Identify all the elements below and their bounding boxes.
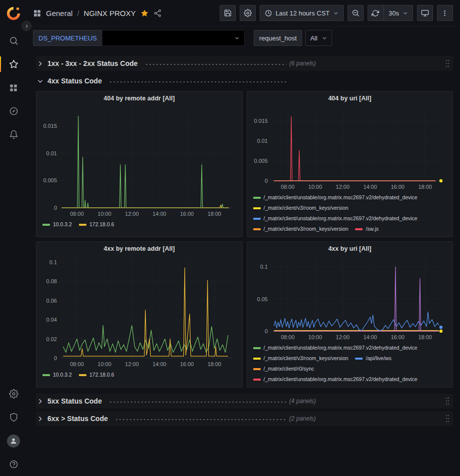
legend-item[interactable]: /sw.js (355, 226, 379, 232)
series-name: /_matrix/client/unstable/org.matrix.msc2… (264, 376, 418, 383)
row-drag-handle[interactable] (445, 396, 450, 406)
refresh-icon (372, 9, 379, 17)
row-5xx-status-code[interactable]: 5xx Status Code(4 panels) (36, 394, 453, 409)
request-host-select[interactable]: All (305, 30, 332, 46)
zoom-out-icon (352, 9, 360, 17)
gear-icon (244, 9, 252, 17)
panel-404-by-uri-all: 404 by uri [All]08:0010:0012:0014:0016:0… (247, 91, 454, 237)
svg-text:10:00: 10:00 (97, 211, 111, 217)
svg-text:10:00: 10:00 (308, 184, 322, 190)
panel-title[interactable]: 404 by uri [All] (250, 91, 450, 103)
row-6xx-status-code[interactable]: 6xx > Status Code(2 panels) (36, 411, 453, 426)
row-title: 1xx - 3xx - 2xx Status Code (47, 59, 138, 67)
row-panel-count: (4 panels) (289, 398, 316, 405)
legend-item[interactable]: /_matrix/client/v3/room_keys/version (253, 355, 349, 362)
series-color-swatch (355, 228, 363, 230)
legend: 10.0.3.2172.18.0.6 (39, 369, 239, 378)
series-color-swatch (253, 228, 261, 230)
variable-request-host: request_host All (254, 30, 332, 46)
refresh-button[interactable] (368, 5, 384, 21)
svg-text:0.05: 0.05 (257, 296, 267, 302)
datasource-label: DS_PROMETHEUS (33, 30, 102, 46)
sidebar (0, 0, 27, 476)
chart-area: 08:0010:0012:0014:0016:0018:0000.0050.01… (250, 103, 450, 192)
breadcrumb-section[interactable]: General (46, 9, 72, 17)
share-icon[interactable] (153, 9, 162, 17)
refresh-interval-dropdown[interactable]: 30s (384, 5, 413, 21)
legend-item[interactable]: 172.18.0.6 (79, 221, 114, 228)
sidebar-item-profile[interactable] (0, 429, 27, 453)
panel-title[interactable]: 404 by remote addr [All] (39, 91, 239, 103)
avatar (7, 435, 20, 448)
datasource-select[interactable] (102, 30, 245, 46)
panel-4xx-by-remote-addr-all: 4xx by remote addr [All]08:0010:0012:001… (36, 241, 243, 388)
favorite-star-icon[interactable] (140, 9, 149, 17)
legend-item[interactable]: /_matrix/client/unstable/org.matrix.msc2… (253, 194, 418, 201)
legend-item[interactable]: /api/live/ws (355, 355, 391, 362)
svg-text:0.04: 0.04 (46, 317, 57, 323)
svg-text:10:00: 10:00 (308, 334, 322, 340)
panel-grid: 404 by remote addr [All]08:0010:0012:001… (36, 91, 453, 388)
legend-item[interactable]: /_matrix/client/unstable/org.matrix.msc2… (253, 215, 418, 222)
row-header: 5xx Status Code (37, 397, 289, 405)
svg-text:0.015: 0.015 (254, 118, 268, 124)
svg-text:0.08: 0.08 (46, 278, 57, 284)
chevron-right-icon (24, 24, 29, 28)
time-range-picker[interactable]: Last 12 hours CST (260, 5, 344, 21)
zoom-out-time-button[interactable] (348, 5, 364, 21)
series-name: /_matrix/client/unstable/org.matrix.msc2… (264, 345, 418, 351)
sidebar-item-starred[interactable] (0, 52, 27, 76)
sidebar-item-dashboards[interactable] (0, 76, 27, 99)
svg-text:0: 0 (54, 355, 57, 361)
sidebar-item-search[interactable] (0, 29, 27, 52)
legend-item[interactable]: /_matrix/client/r0/sync (253, 366, 315, 372)
row-1xx-3xx-2xx-status-code[interactable]: 1xx - 3xx - 2xx Status Code(6 panels) (36, 56, 453, 71)
sidebar-item-server-admin[interactable] (0, 406, 27, 429)
search-icon (9, 36, 18, 45)
series-color-swatch (253, 358, 261, 360)
svg-text:0: 0 (264, 178, 267, 184)
grafana-logo[interactable] (6, 6, 21, 21)
legend-item[interactable]: 172.18.0.6 (79, 372, 114, 378)
main-area: General / NGINX PROXY L (27, 0, 460, 476)
breadcrumb-title[interactable]: NGINX PROXY (84, 9, 136, 17)
panel-title[interactable]: 4xx by uri [All] (250, 242, 450, 253)
sidebar-expand-toggle[interactable] (21, 21, 31, 31)
row-drag-handle[interactable] (445, 58, 450, 68)
legend-item[interactable]: /_matrix/client/unstable/org.matrix.msc2… (253, 376, 418, 383)
series-color-swatch (253, 379, 261, 381)
sidebar-item-alerting[interactable] (0, 123, 27, 146)
svg-text:0: 0 (264, 328, 267, 334)
svg-text:14:00: 14:00 (363, 334, 377, 340)
clock-icon (265, 9, 272, 17)
legend-item[interactable]: 10.0.3.2 (42, 221, 72, 228)
svg-text:12:00: 12:00 (336, 334, 350, 340)
legend-item[interactable]: 10.0.3.2 (42, 372, 72, 378)
svg-text:16:00: 16:00 (180, 211, 194, 217)
legend-item[interactable]: /_matrix/client/unstable/org.matrix.msc2… (253, 345, 418, 351)
series-name: /_matrix/client/v3/room_keys/version (264, 226, 349, 232)
row-4xx-status-code[interactable]: 4xx Status Code (36, 73, 453, 88)
save-dashboard-button[interactable] (220, 5, 236, 21)
breadcrumb: General / NGINX PROXY (33, 9, 162, 17)
sidebar-item-help[interactable] (0, 453, 27, 476)
row-drag-handle[interactable] (445, 414, 450, 424)
kebab-menu-icon (441, 9, 449, 17)
sidebar-item-explore[interactable] (0, 99, 27, 123)
sidebar-item-configuration[interactable] (0, 382, 27, 406)
tv-mode-button[interactable] (417, 5, 433, 21)
legend-item[interactable]: /_matrix/client/v3/room_keys/version (253, 205, 349, 211)
more-options-button[interactable] (437, 5, 453, 21)
dashboard-settings-button[interactable] (240, 5, 256, 21)
dotted-leader (145, 63, 286, 65)
svg-text:0.06: 0.06 (46, 298, 57, 304)
request-host-label: request_host (254, 30, 302, 46)
series-color-swatch (355, 358, 363, 360)
series-name: /_matrix/client/unstable/org.matrix.msc2… (264, 215, 418, 222)
svg-text:10:00: 10:00 (97, 361, 111, 367)
row-header: 4xx Status Code (37, 77, 289, 85)
row-title: 5xx Status Code (47, 397, 102, 405)
panel-title[interactable]: 4xx by remote addr [All] (39, 242, 239, 253)
legend-item[interactable]: /_matrix/client/v3/room_keys/version (253, 226, 349, 232)
svg-text:0.1: 0.1 (260, 264, 267, 270)
